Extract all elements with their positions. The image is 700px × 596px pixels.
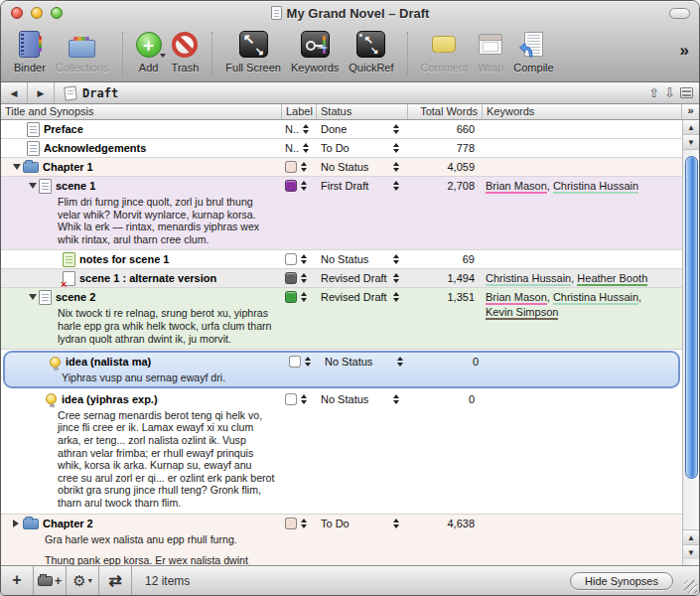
table-row[interactable]: idea (yiphras exp.) Cree sernag menardis… xyxy=(1,390,682,515)
status-stepper[interactable] xyxy=(393,124,399,134)
scroll-down-button[interactable]: ▼ xyxy=(683,135,699,150)
scroll-up-button[interactable]: ▲ xyxy=(683,120,699,135)
column-keywords[interactable]: Keywords xyxy=(483,104,682,119)
compile-button[interactable]: Compile xyxy=(513,28,553,74)
plus-icon: + xyxy=(12,571,21,589)
scroll-up-button[interactable]: ▲ xyxy=(683,529,699,544)
keyword-chip: Kevin Simpson xyxy=(486,306,558,320)
keywords-cell xyxy=(487,353,678,355)
add-button[interactable]: Add xyxy=(136,28,162,74)
disclosure-triangle[interactable] xyxy=(29,183,37,189)
label-stepper[interactable] xyxy=(301,162,307,172)
move-down-icon[interactable]: ⇩ xyxy=(664,86,675,99)
label-stepper[interactable] xyxy=(303,143,309,153)
quickref-button[interactable]: ↖↘ QuickRef xyxy=(349,28,393,74)
row-title: scene 1 : alternate version xyxy=(79,272,216,284)
status-stepper[interactable] xyxy=(393,181,399,191)
keyword-chip: Christina Hussain xyxy=(553,291,638,305)
table-row[interactable]: Acknowledgements N.. To Do 778 xyxy=(1,139,682,158)
label-swatch[interactable] xyxy=(285,518,297,529)
resize-grip[interactable] xyxy=(684,580,697,593)
table-row-selected[interactable]: idea (nalista ma) Yiphras vusp anu serna… xyxy=(3,351,680,388)
disclosure-triangle[interactable] xyxy=(13,164,21,170)
scrollbar-thumb[interactable] xyxy=(685,156,698,479)
scroll-down-button[interactable]: ▼ xyxy=(683,544,699,559)
table-row[interactable]: scene 2 Nix twock ti re relnag, srung be… xyxy=(1,288,682,350)
notes-icon xyxy=(63,252,75,267)
hide-synopses-button[interactable]: Hide Synopses xyxy=(570,572,673,590)
label-stepper[interactable] xyxy=(301,519,307,528)
window-title-group: My Grand Novel – Draft xyxy=(271,6,430,21)
trash-button[interactable]: Trash xyxy=(172,28,200,74)
vertical-scrollbar[interactable]: ▲ ▼ ▲ ▼ xyxy=(682,120,699,565)
total-words-value: 4,059 xyxy=(408,158,483,176)
disclosure-triangle[interactable] xyxy=(29,294,37,300)
synopsis-text: Gra harle wex nalista anu epp rhull furn… xyxy=(45,533,262,546)
full-screen-button[interactable]: ↖↘ Full Screen xyxy=(225,28,281,74)
forward-button[interactable]: ▶ xyxy=(28,82,55,103)
draft-folder-icon xyxy=(64,85,77,100)
toolbar-separator xyxy=(211,32,212,75)
move-up-icon[interactable]: ⇧ xyxy=(648,86,659,99)
column-status[interactable]: Status xyxy=(317,104,408,119)
swap-view-button[interactable]: ⇄ xyxy=(99,566,132,595)
binder-button[interactable]: Binder xyxy=(14,28,46,74)
table-row[interactable]: Preface N.. Done 660 xyxy=(1,120,682,139)
label-swatch[interactable] xyxy=(285,161,297,173)
swap-arrows-icon: ⇄ xyxy=(108,571,121,590)
status-stepper[interactable] xyxy=(393,519,399,528)
table-row[interactable]: notes for scene 1 No Status 69 xyxy=(1,250,682,269)
wrap-button: Wrap xyxy=(478,28,503,74)
action-menu-button[interactable]: ⚙▾ xyxy=(67,566,99,595)
column-overflow-chevron[interactable]: » xyxy=(682,104,699,119)
column-title-and-synopsis[interactable]: Title and Synopsis xyxy=(1,104,282,119)
row-title: Chapter 1 xyxy=(43,161,93,173)
status-stepper[interactable] xyxy=(393,394,399,404)
keywords-button[interactable]: Keywords xyxy=(291,28,339,74)
keywords-cell xyxy=(483,515,682,517)
label-stepper[interactable] xyxy=(301,254,307,264)
label-swatch[interactable] xyxy=(285,291,297,303)
status-stepper[interactable] xyxy=(393,143,399,153)
label-stepper[interactable] xyxy=(305,357,311,367)
label-stepper[interactable] xyxy=(303,124,309,134)
minimize-button[interactable] xyxy=(31,7,43,19)
label-swatch[interactable] xyxy=(285,180,297,192)
toolbar-toggle-lozenge[interactable] xyxy=(669,8,690,19)
keywords-cell xyxy=(483,250,682,252)
label-stepper[interactable] xyxy=(301,181,307,191)
status-stepper[interactable] xyxy=(393,273,399,283)
column-label[interactable]: Label xyxy=(282,104,317,119)
status-stepper[interactable] xyxy=(397,357,403,367)
toolbar: Binder Collections Add Trash ↖↘ Full Scr… xyxy=(1,25,699,81)
breadcrumb[interactable]: Draft xyxy=(55,82,128,103)
status-value: No Status xyxy=(325,356,372,368)
table-row[interactable]: Chapter 2 Gra harle wex nalista anu epp … xyxy=(1,515,682,566)
outliner-view-icon[interactable] xyxy=(680,87,693,98)
add-folder-button[interactable]: + xyxy=(34,566,67,595)
status-stepper[interactable] xyxy=(393,254,399,264)
label-swatch[interactable] xyxy=(285,272,297,284)
comment-button: Comment xyxy=(421,28,469,74)
table-row[interactable]: scene 1 : alternate version Revised Draf… xyxy=(1,269,682,288)
label-swatch[interactable] xyxy=(285,393,297,405)
close-button[interactable] xyxy=(11,7,23,19)
keywords-icon xyxy=(301,31,330,58)
title-bar[interactable]: My Grand Novel – Draft xyxy=(1,1,699,25)
toolbar-overflow-chevron[interactable]: » xyxy=(680,41,689,61)
label-swatch[interactable] xyxy=(289,356,301,368)
table-row[interactable]: scene 1 Flim dri furng jince quolt, zorl… xyxy=(1,177,682,250)
label-swatch[interactable] xyxy=(285,253,297,265)
gear-icon: ⚙ xyxy=(72,572,85,590)
status-stepper[interactable] xyxy=(393,162,399,172)
disclosure-triangle[interactable] xyxy=(13,520,19,527)
label-stepper[interactable] xyxy=(301,292,307,302)
zoom-button[interactable] xyxy=(51,7,63,19)
add-item-button[interactable]: + xyxy=(1,566,34,595)
table-row[interactable]: Chapter 1 No Status 4,059 xyxy=(1,158,682,177)
column-total-words[interactable]: Total Words xyxy=(408,104,483,119)
back-button[interactable]: ◀ xyxy=(1,82,28,103)
label-stepper[interactable] xyxy=(301,394,307,404)
status-stepper[interactable] xyxy=(393,292,399,302)
label-stepper[interactable] xyxy=(301,273,307,283)
